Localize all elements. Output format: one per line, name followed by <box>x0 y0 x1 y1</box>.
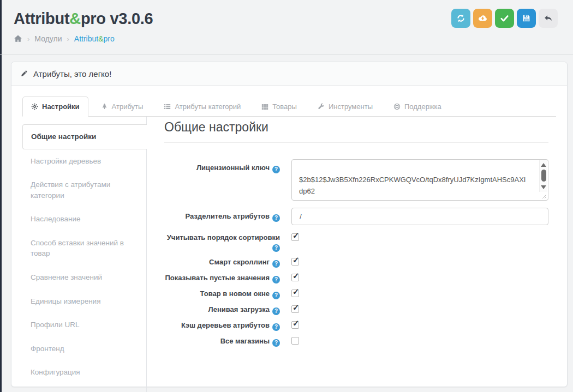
sidebar-item-insert-method[interactable]: Способ вставки значений в товар <box>22 231 146 266</box>
help-icon[interactable]: ? <box>272 166 280 173</box>
smart-scrolling-checkbox[interactable] <box>291 258 299 266</box>
pencil-icon <box>20 70 28 77</box>
reply-arrow-icon <box>544 14 553 23</box>
help-icon[interactable]: ? <box>272 292 280 299</box>
sort-order-checkbox[interactable] <box>291 233 299 241</box>
title-amp: & <box>69 10 81 27</box>
field-control <box>280 232 548 241</box>
field-label: Все магазины? <box>164 336 280 347</box>
license-key-textarea[interactable]: $2b$12$Jw3B5Xfn226RxCPKWGQVcO/tqDx8fryUJ… <box>291 159 548 201</box>
breadcrumb-current-post: pro <box>104 34 115 43</box>
sidebar-item-url-profiles[interactable]: Профили URL <box>22 313 146 337</box>
field-label-text: Ленивая загрузка <box>208 305 270 313</box>
sidebar-item-configuration[interactable]: Конфигурация <box>22 360 146 384</box>
tab-attributes[interactable]: Атрибуты <box>93 97 152 117</box>
license-key-value: $2b$12$Jw3B5Xfn226RxCPKWGQVcO/tqDx8fryUJ… <box>292 160 548 200</box>
field-control <box>280 304 548 313</box>
home-icon[interactable] <box>14 34 22 43</box>
tree-cache-checkbox[interactable] <box>291 321 299 329</box>
page-header: Attribut&pro v3.0.6 <box>0 0 573 55</box>
tab-products[interactable]: Товары <box>253 97 305 117</box>
cloud-download-button[interactable] <box>473 9 492 28</box>
breadcrumb-separator: › <box>67 35 69 43</box>
field-label-text: Все магазины <box>220 337 270 345</box>
cloud-download-icon <box>478 14 487 23</box>
life-ring-icon <box>393 103 401 110</box>
all-stores-checkbox[interactable] <box>291 337 299 345</box>
lazy-load-checkbox[interactable] <box>291 305 299 313</box>
tab-label: Товары <box>272 102 297 111</box>
breadcrumb-current-amp: & <box>98 34 103 43</box>
form-row-sort-order: Учитывать порядок сортировки? <box>164 232 548 252</box>
title-pre: Attribut <box>14 10 69 27</box>
scroll-up-arrow-icon[interactable] <box>541 163 546 167</box>
help-icon[interactable]: ? <box>272 214 280 222</box>
form-row-lazy-load: Ленивая загрузка? <box>164 304 548 315</box>
help-icon[interactable]: ? <box>272 276 280 284</box>
help-icon[interactable]: ? <box>272 244 280 252</box>
field-label-text: Учитывать порядок сортировки <box>167 233 280 242</box>
separator-input[interactable] <box>291 208 548 225</box>
save-button[interactable] <box>517 9 536 28</box>
sidebar-item-units[interactable]: Единицы измерения <box>22 290 146 313</box>
title-post: pro v3.0.6 <box>81 10 153 27</box>
help-icon[interactable]: ? <box>272 339 280 347</box>
form-row-show-empty: Показывать пустые значения? <box>164 273 548 284</box>
tab-support[interactable]: Поддержка <box>385 97 450 117</box>
scrollbar-thumb[interactable] <box>541 170 546 182</box>
sidebar-item-general[interactable]: Общие настройки <box>22 124 147 149</box>
sidebar-item-category-actions[interactable]: Действия с атрибутами категории <box>22 173 146 207</box>
tab-label: Инструменты <box>329 102 373 111</box>
field-control <box>280 208 548 225</box>
form-row-separator: Разделитель атрибутов? <box>164 208 548 225</box>
new-window-checkbox[interactable] <box>291 290 299 297</box>
sidebar-item-value-compare[interactable]: Сравнение значений <box>22 266 146 290</box>
help-icon[interactable]: ? <box>272 307 280 315</box>
gear-icon <box>31 103 38 110</box>
field-label: Смарт скроллинг? <box>164 257 280 268</box>
breadcrumb-item-modules[interactable]: Модули <box>34 34 62 43</box>
breadcrumb-separator: › <box>27 35 29 43</box>
wrench-icon <box>318 103 325 110</box>
settings-content: Общие настройки Лицензионный ключ? $2b$1… <box>147 117 556 392</box>
tab-bar: Настройки Атрибуты Атрибуты категорий <box>22 97 556 117</box>
tree-icon <box>101 103 108 110</box>
apply-button[interactable] <box>495 9 514 28</box>
refresh-button[interactable] <box>451 9 470 28</box>
tab-category-attributes[interactable]: Атрибуты категорий <box>156 97 249 117</box>
settings-side-nav: Общие настройки Настройки деревьев Дейст… <box>22 117 147 392</box>
check-icon <box>500 14 509 23</box>
form-row-new-window: Товар в новом окне? <box>164 288 548 299</box>
field-label-text: Товар в новом окне <box>200 290 270 298</box>
field-label: Показывать пустые значения? <box>164 273 280 284</box>
refresh-icon <box>456 14 465 23</box>
tab-tools[interactable]: Инструменты <box>309 97 381 117</box>
list-icon <box>164 103 171 110</box>
show-empty-checkbox[interactable] <box>291 274 299 281</box>
tab-label: Поддержка <box>404 102 441 111</box>
field-label: Кэш деревьев атрибутов? <box>164 320 280 331</box>
field-control: $2b$12$Jw3B5Xfn226RxCPKWGQVcO/tqDx8fryUJ… <box>280 159 548 201</box>
field-label-text: Разделитель атрибутов <box>186 212 270 220</box>
field-label-text: Показывать пустые значения <box>165 274 270 282</box>
floppy-save-icon <box>522 14 531 23</box>
sidebar-item-inheritance[interactable]: Наследование <box>22 207 146 231</box>
back-button[interactable] <box>539 9 558 28</box>
field-label: Учитывать порядок сортировки? <box>164 232 280 252</box>
help-icon[interactable]: ? <box>272 260 280 268</box>
field-control <box>280 273 548 281</box>
tab-settings[interactable]: Настройки <box>22 97 88 117</box>
textarea-scrollbar[interactable] <box>539 160 547 192</box>
grid-icon <box>261 103 268 110</box>
settings-panel: Атрибуты, это легко! Настройки <box>11 62 568 387</box>
sidebar-item-frontend[interactable]: Фронтенд <box>22 337 146 361</box>
help-icon[interactable]: ? <box>272 323 280 331</box>
scroll-down-arrow-icon[interactable] <box>541 185 546 189</box>
sidebar-item-trees[interactable]: Настройки деревьев <box>22 149 146 173</box>
breadcrumb-current-pre: Attribut <box>74 34 98 43</box>
panel-heading-text: Атрибуты, это легко! <box>33 69 111 79</box>
breadcrumb-item-current[interactable]: Attribut&pro <box>74 34 115 43</box>
field-label: Товар в новом окне? <box>164 288 280 299</box>
resize-grip-icon[interactable] <box>540 192 547 199</box>
content-heading: Общие настройки <box>164 120 548 143</box>
